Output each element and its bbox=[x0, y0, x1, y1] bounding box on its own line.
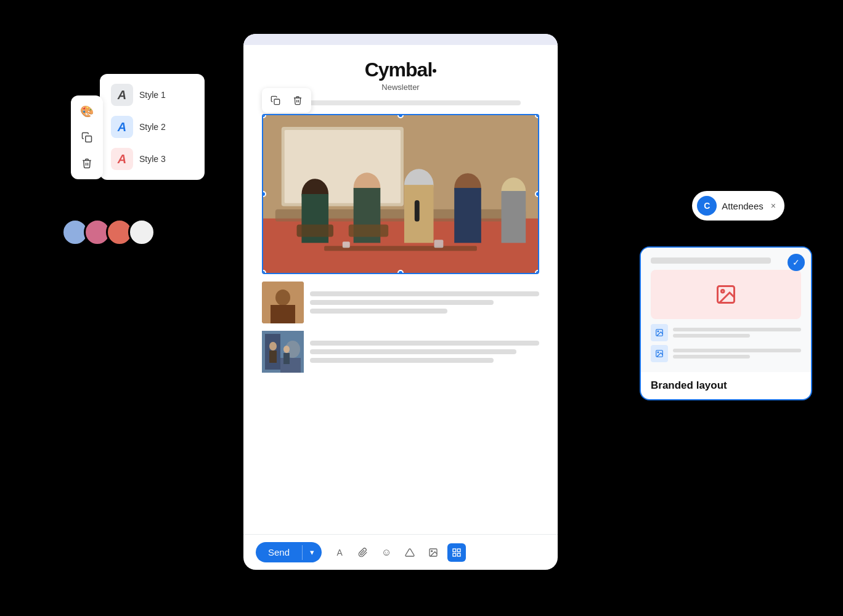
svg-rect-10 bbox=[297, 225, 333, 237]
layout-row-1 bbox=[651, 324, 801, 341]
email-body: Cymbal Newsletter bbox=[243, 45, 558, 570]
svg-rect-26 bbox=[271, 305, 295, 323]
attendees-avatar: C bbox=[697, 196, 717, 216]
text-line bbox=[310, 341, 539, 346]
send-button-group: Send ▾ bbox=[256, 542, 322, 562]
text-line bbox=[310, 349, 516, 354]
email-logo-area: Cymbal Newsletter bbox=[243, 45, 558, 94]
selection-handle-bottom-right[interactable] bbox=[535, 270, 539, 274]
style1-label: Style 1 bbox=[139, 90, 166, 100]
compose-toolbar: A ☺ bbox=[330, 543, 466, 562]
thumbnail-2 bbox=[262, 331, 304, 373]
attendees-close-button[interactable]: × bbox=[771, 201, 776, 211]
content-row-2 bbox=[262, 331, 539, 373]
email-card: Cymbal Newsletter bbox=[243, 34, 558, 570]
svg-rect-38 bbox=[457, 549, 460, 552]
content-row-1 bbox=[262, 282, 539, 323]
email-divider bbox=[280, 100, 521, 105]
attendees-tag: C Attendees × bbox=[692, 191, 784, 221]
style1-item[interactable]: A Style 1 bbox=[105, 79, 200, 111]
svg-rect-13 bbox=[349, 225, 388, 237]
style3-item[interactable]: A Style 3 bbox=[105, 143, 200, 175]
svg-rect-37 bbox=[453, 549, 456, 552]
style2-icon: A bbox=[111, 116, 133, 138]
svg-rect-40 bbox=[457, 553, 460, 556]
text-lines-2 bbox=[310, 341, 539, 363]
svg-rect-18 bbox=[454, 188, 481, 243]
text-line bbox=[310, 300, 494, 305]
svg-point-42 bbox=[722, 290, 725, 293]
send-dropdown-arrow[interactable]: ▾ bbox=[303, 543, 322, 562]
layout-lines-1 bbox=[673, 328, 801, 338]
conference-photo bbox=[263, 115, 538, 273]
text-line bbox=[310, 358, 494, 363]
layout-row-2 bbox=[651, 345, 801, 362]
layout-check-icon: ✓ bbox=[788, 254, 805, 271]
emoji-icon[interactable]: ☺ bbox=[377, 543, 396, 562]
email-bottom-bar: Send ▾ A ☺ bbox=[243, 534, 558, 570]
svg-rect-23 bbox=[434, 240, 444, 248]
svg-rect-22 bbox=[343, 241, 350, 248]
image-delete-button[interactable] bbox=[288, 91, 307, 110]
layout-line bbox=[673, 334, 750, 338]
palette-icon[interactable]: 🎨 bbox=[76, 100, 98, 123]
layout-line bbox=[673, 328, 801, 331]
svg-rect-34 bbox=[283, 353, 290, 364]
layout-lines-2 bbox=[673, 349, 801, 359]
email-logo: Cymbal bbox=[243, 59, 558, 81]
style3-icon: A bbox=[111, 148, 133, 170]
svg-point-36 bbox=[431, 550, 433, 551]
style2-item[interactable]: A Style 2 bbox=[105, 111, 200, 143]
text-lines-1 bbox=[310, 291, 539, 314]
branded-layout-label: Branded layout bbox=[641, 372, 811, 399]
layout-line bbox=[673, 355, 750, 359]
layout-small-img-2 bbox=[651, 345, 668, 362]
svg-point-25 bbox=[275, 290, 290, 306]
selection-handle-top-right[interactable] bbox=[535, 114, 539, 118]
light-swatch[interactable] bbox=[128, 219, 155, 246]
delete-icon[interactable] bbox=[76, 152, 98, 174]
layout-card-preview: ✓ bbox=[641, 248, 811, 372]
attachment-icon[interactable] bbox=[354, 543, 372, 562]
style-panel: A Style 1 A Style 2 A Style 3 bbox=[100, 74, 205, 180]
text-line bbox=[310, 309, 447, 314]
main-image-block[interactable] bbox=[262, 114, 539, 274]
svg-rect-16 bbox=[415, 200, 420, 222]
svg-rect-32 bbox=[269, 351, 277, 363]
svg-point-46 bbox=[658, 352, 659, 353]
text-format-icon[interactable]: A bbox=[330, 543, 349, 562]
svg-point-31 bbox=[269, 342, 277, 351]
triangle-icon[interactable] bbox=[401, 543, 419, 562]
svg-rect-1 bbox=[274, 99, 280, 105]
selection-handle-middle-right[interactable] bbox=[535, 191, 539, 197]
selection-handle-bottom-center[interactable] bbox=[397, 270, 404, 274]
svg-rect-39 bbox=[453, 553, 456, 556]
svg-point-33 bbox=[283, 346, 290, 353]
email-header-bar bbox=[243, 34, 558, 45]
selection-handle-bottom-left[interactable] bbox=[262, 270, 266, 274]
layout-top-bar bbox=[651, 257, 771, 264]
image-block-wrapper bbox=[262, 114, 539, 274]
style1-icon: A bbox=[111, 84, 133, 106]
thumbnail-1 bbox=[262, 282, 304, 323]
svg-rect-30 bbox=[280, 358, 301, 373]
svg-point-44 bbox=[658, 331, 659, 332]
grid-layout-icon[interactable] bbox=[447, 543, 466, 562]
color-swatches bbox=[62, 219, 155, 246]
layout-small-img-1 bbox=[651, 324, 668, 341]
send-button[interactable]: Send bbox=[256, 542, 302, 562]
image-copy-button[interactable] bbox=[266, 91, 285, 110]
style3-label: Style 3 bbox=[139, 154, 166, 164]
layout-line bbox=[673, 349, 801, 352]
image-toolbar bbox=[262, 88, 311, 113]
image-insert-icon[interactable] bbox=[424, 543, 442, 562]
icon-bar: 🎨 bbox=[71, 95, 103, 179]
svg-rect-0 bbox=[86, 136, 92, 142]
scene: 🎨 A Style 1 A Style 2 A St bbox=[0, 0, 843, 616]
copy-icon[interactable] bbox=[76, 126, 98, 148]
svg-rect-20 bbox=[502, 191, 526, 243]
text-line bbox=[310, 291, 539, 296]
branded-layout-card[interactable]: ✓ bbox=[640, 246, 812, 400]
attendees-label: Attendees bbox=[722, 201, 764, 211]
style2-label: Style 2 bbox=[139, 122, 166, 132]
